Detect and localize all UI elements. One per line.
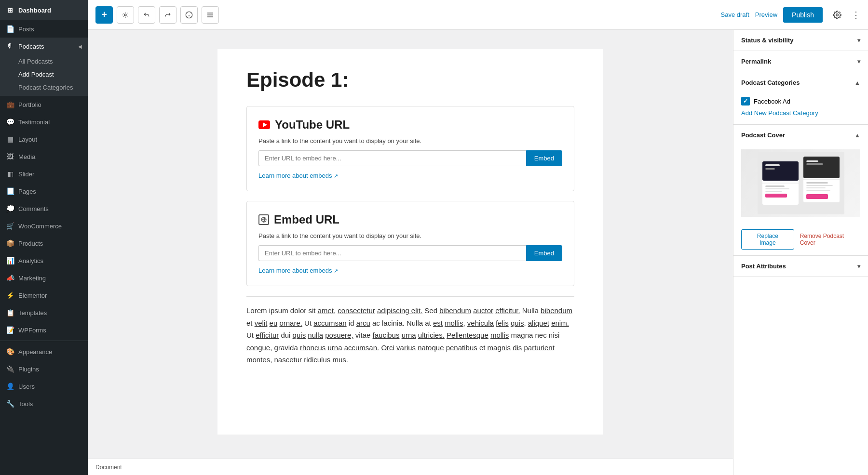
tools-icon: 🔧 bbox=[6, 399, 14, 408]
embed-url-input[interactable] bbox=[258, 245, 526, 261]
section-podcast-cover-header[interactable]: Podcast Cover ▲ bbox=[733, 125, 868, 145]
add-block-button[interactable]: + bbox=[95, 6, 113, 24]
sidebar-item-users[interactable]: 👤 Users bbox=[0, 378, 88, 395]
sidebar-item-pages[interactable]: 📃 Pages bbox=[0, 183, 88, 200]
sidebar-divider bbox=[0, 341, 88, 341]
section-permalink-label: Permalink bbox=[741, 58, 771, 65]
post-title[interactable]: Episode 1: bbox=[246, 68, 574, 92]
plugins-icon: 🔌 bbox=[6, 365, 14, 373]
sidebar-item-dashboard[interactable]: ⊞ Dashboard bbox=[0, 0, 88, 20]
embed-block-desc: Paste a link to the content you want to … bbox=[258, 232, 562, 239]
templates-icon: 📋 bbox=[6, 308, 14, 317]
sidebar-item-slider[interactable]: ◧ Slider bbox=[0, 165, 88, 183]
sidebar-item-tools[interactable]: 🔧 Tools bbox=[0, 395, 88, 412]
bottom-bar: Document bbox=[88, 459, 733, 475]
section-permalink: Permalink ▾ bbox=[733, 51, 868, 72]
undo-button[interactable] bbox=[138, 6, 155, 24]
users-icon: 👤 bbox=[6, 382, 14, 391]
sidebar-item-plugins[interactable]: 🔌 Plugins bbox=[0, 360, 88, 378]
publish-button[interactable]: Publish bbox=[783, 7, 823, 23]
sidebar-item-elementor[interactable]: ⚡ Elementor bbox=[0, 287, 88, 304]
youtube-block-header: YouTube URL bbox=[258, 118, 562, 132]
sidebar-podcasts-submenu: All Podcasts Add Podcast Podcast Categor… bbox=[0, 55, 88, 96]
svg-rect-18 bbox=[765, 191, 782, 192]
permalink-chevron-icon: ▾ bbox=[857, 58, 860, 65]
sidebar-item-analytics[interactable]: 📊 Analytics bbox=[0, 252, 88, 269]
section-status-header[interactable]: Status & visibility ▾ bbox=[733, 30, 868, 51]
cover-actions: Replace Image Remove Podcast Cover bbox=[733, 229, 868, 255]
products-icon: 📦 bbox=[6, 239, 14, 248]
sidebar-item-layout[interactable]: ▦ Layout bbox=[0, 131, 88, 148]
sidebar-item-posts[interactable]: 📄 Posts bbox=[0, 20, 88, 38]
section-podcast-cover: Podcast Cover ▲ bbox=[733, 125, 868, 256]
sidebar-item-podcasts[interactable]: 🎙 Podcasts ◀ bbox=[0, 38, 88, 55]
info-button[interactable] bbox=[180, 6, 198, 24]
section-post-attributes: Post Attributes ▾ bbox=[733, 256, 868, 277]
sidebar-sub-all-podcasts[interactable]: All Podcasts bbox=[0, 55, 88, 68]
svg-rect-19 bbox=[765, 194, 787, 198]
cover-image-container bbox=[741, 149, 860, 217]
elementor-icon: ⚡ bbox=[6, 291, 14, 300]
sidebar-item-products[interactable]: 📦 Products bbox=[0, 235, 88, 252]
pages-icon: 📃 bbox=[6, 187, 14, 196]
svg-rect-17 bbox=[765, 188, 789, 189]
analytics-icon: 📊 bbox=[6, 256, 14, 265]
section-status-visibility: Status & visibility ▾ bbox=[733, 30, 868, 51]
sidebar-item-comments[interactable]: 💭 Comments bbox=[0, 200, 88, 217]
wpforms-icon: 📝 bbox=[6, 326, 14, 334]
add-podcast-category-link[interactable]: Add New Podcast Category bbox=[741, 109, 818, 117]
sidebar-item-portfolio[interactable]: 💼 Portfolio bbox=[0, 96, 88, 113]
section-post-attributes-label: Post Attributes bbox=[741, 263, 786, 270]
section-podcast-categories-header[interactable]: Podcast Categories ▲ bbox=[733, 72, 868, 93]
sidebar-item-media[interactable]: 🖼 Media bbox=[0, 148, 88, 165]
sidebar-item-wpforms[interactable]: 📝 WPForms bbox=[0, 321, 88, 339]
section-post-attributes-header[interactable]: Post Attributes ▾ bbox=[733, 256, 868, 277]
tools-button[interactable] bbox=[117, 6, 134, 24]
media-icon: 🖼 bbox=[6, 152, 14, 161]
sidebar-label-dashboard: Dashboard bbox=[18, 7, 51, 14]
sidebar-sub-podcast-categories[interactable]: Podcast Categories bbox=[0, 81, 88, 94]
post-attributes-chevron-icon: ▾ bbox=[857, 263, 860, 270]
embed-url-icon bbox=[258, 214, 269, 225]
youtube-embed-button[interactable]: Embed bbox=[526, 150, 562, 166]
comments-icon: 💭 bbox=[6, 204, 14, 213]
facebook-ad-label: Facebook Ad bbox=[754, 98, 790, 105]
youtube-learn-more-link[interactable]: Learn more about embeds ↗ bbox=[258, 172, 338, 179]
svg-rect-29 bbox=[806, 194, 828, 199]
panel-body: Status & visibility ▾ Permalink ▾ Podcas… bbox=[733, 30, 868, 475]
embed-input-row: Embed bbox=[258, 245, 562, 261]
save-draft-button[interactable]: Save draft bbox=[721, 11, 749, 18]
topbar-right: Save draft Preview Publish ⋮ bbox=[721, 6, 860, 24]
sidebar-item-appearance[interactable]: 🎨 Appearance bbox=[0, 343, 88, 360]
embed-url-block: Embed URL Paste a link to the content yo… bbox=[246, 201, 574, 286]
remove-podcast-cover-link[interactable]: Remove Podcast Cover bbox=[800, 233, 860, 246]
list-view-button[interactable] bbox=[202, 6, 219, 24]
section-podcast-categories: Podcast Categories ▲ Facebook Ad Add New… bbox=[733, 72, 868, 125]
section-permalink-header[interactable]: Permalink ▾ bbox=[733, 51, 868, 72]
sidebar-item-woocommerce[interactable]: 🛒 WooCommerce bbox=[0, 217, 88, 235]
posts-icon: 📄 bbox=[6, 25, 14, 33]
redo-button[interactable] bbox=[159, 6, 176, 24]
sidebar-item-testimonial[interactable]: 💬 Testimonial bbox=[0, 113, 88, 131]
youtube-block-desc: Paste a link to the content you want to … bbox=[258, 137, 562, 145]
layout-icon: ▦ bbox=[6, 135, 14, 144]
podcast-cover-chevron-icon: ▲ bbox=[854, 132, 860, 139]
replace-image-button[interactable]: Replace Image bbox=[741, 229, 794, 250]
embed-url-button[interactable]: Embed bbox=[526, 245, 562, 261]
sidebar-sub-add-podcast[interactable]: Add Podcast bbox=[0, 68, 88, 81]
cover-image-svg bbox=[758, 152, 844, 214]
facebook-ad-row: Facebook Ad bbox=[741, 97, 860, 106]
woocommerce-icon: 🛒 bbox=[6, 222, 14, 230]
more-options-button[interactable]: ⋮ bbox=[852, 10, 860, 20]
embed-external-link-icon: ↗ bbox=[334, 268, 338, 274]
facebook-ad-checkbox[interactable] bbox=[741, 97, 750, 106]
youtube-input-row: Embed bbox=[258, 150, 562, 166]
portfolio-icon: 💼 bbox=[6, 100, 14, 109]
settings-button[interactable] bbox=[828, 6, 846, 24]
youtube-url-input[interactable] bbox=[258, 150, 526, 166]
sidebar-item-templates[interactable]: 📋 Templates bbox=[0, 304, 88, 321]
svg-rect-22 bbox=[806, 160, 818, 162]
sidebar-item-marketing[interactable]: 📣 Marketing bbox=[0, 269, 88, 287]
embed-learn-more-link[interactable]: Learn more about embeds ↗ bbox=[258, 267, 338, 274]
preview-button[interactable]: Preview bbox=[755, 11, 777, 18]
